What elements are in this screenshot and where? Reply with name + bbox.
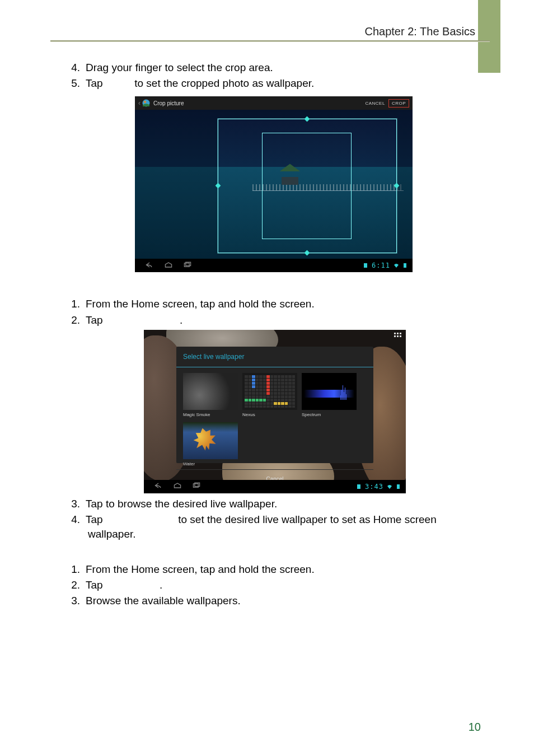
list-item: 3.Tap to browse the desired live wallpap… <box>88 497 472 511</box>
chapter-title: Chapter 2: The Basics <box>364 25 475 38</box>
crop-button[interactable]: CROP <box>388 99 409 108</box>
list-item: 2.Tap . <box>88 578 472 592</box>
step-number: 3. <box>69 497 80 511</box>
steps-list-live-cont: 3.Tap to browse the desired live wallpap… <box>69 497 472 542</box>
step-number: 1. <box>69 562 80 577</box>
step-text-after: . <box>160 579 162 591</box>
crop-top-bar: ‹ Crop picture CANCEL CROP <box>135 96 413 110</box>
sdcard-icon <box>363 263 368 268</box>
header-rule-thin <box>50 41 490 42</box>
status-bar: 6:11 <box>363 261 408 270</box>
screenshot-live-wallpaper: Select live wallpaper Magic Smoke <box>144 330 406 493</box>
back-icon[interactable] <box>145 262 154 270</box>
step-number: 5. <box>69 76 80 91</box>
back-caret-icon[interactable]: ‹ <box>138 99 140 108</box>
step-text-before: Tap <box>86 514 106 525</box>
step-text: From the Home screen, tap and hold the s… <box>86 298 315 310</box>
crop-title: Crop picture <box>153 100 184 108</box>
step-text-after: to set the cropped photo as wallpaper. <box>132 77 314 89</box>
back-icon[interactable] <box>154 482 163 491</box>
nexus-thumb <box>245 375 295 408</box>
svg-rect-5 <box>404 263 406 268</box>
list-item: 4.Drag your finger to select the crop ar… <box>88 60 472 75</box>
sdcard-icon <box>356 484 362 489</box>
wallpaper-label: Nexus <box>242 412 297 418</box>
step-text-before: Tap <box>86 314 106 326</box>
page-number: 10 <box>469 721 481 734</box>
step-text: Browse the available wallpapers. <box>86 595 241 606</box>
android-nav-bar: 3:43 <box>144 480 406 493</box>
crop-image-area[interactable] <box>135 110 413 259</box>
battery-icon <box>402 263 408 268</box>
battery-icon <box>396 484 401 489</box>
clock-text: 3:43 <box>365 482 383 492</box>
screenshot-crop-picture: ‹ Crop picture CANCEL CROP <box>135 96 413 272</box>
apps-drawer-icon[interactable] <box>394 333 402 340</box>
steps-list-wallpapers: 1.From the Home screen, tap and hold the… <box>69 562 472 609</box>
step-text-before: Tap <box>86 579 106 591</box>
step-text: Tap to browse the desired live wallpaper… <box>86 498 277 510</box>
step-text: From the Home screen, tap and hold the s… <box>86 563 315 575</box>
home-screen-background: Select live wallpaper Magic Smoke <box>144 330 406 480</box>
cancel-button[interactable]: CANCEL <box>362 99 388 108</box>
dialog-title: Select live wallpaper <box>176 347 373 368</box>
wifi-icon <box>394 263 399 268</box>
svg-rect-9 <box>397 484 400 489</box>
dialog-cancel-button[interactable]: Cancel <box>176 469 373 479</box>
status-bar: 3:43 <box>356 482 401 492</box>
svg-rect-4 <box>364 263 367 268</box>
recent-apps-icon[interactable] <box>192 482 201 491</box>
wallpaper-label: Water <box>183 461 238 467</box>
list-item: 2.Tap . <box>88 313 472 328</box>
step-number: 4. <box>69 512 80 527</box>
step-number: 4. <box>69 60 80 75</box>
wallpaper-label: Magic Smoke <box>183 412 238 418</box>
step-number: 2. <box>69 313 80 328</box>
step-number: 3. <box>69 594 80 608</box>
gallery-icon[interactable] <box>142 99 150 107</box>
clock-text: 6:11 <box>372 261 390 270</box>
step-text-after: to set the desired live wallpaper to set… <box>88 514 437 540</box>
steps-list-crop: 4.Drag your finger to select the crop ar… <box>69 60 472 91</box>
step-number: 1. <box>69 297 80 311</box>
wifi-icon <box>387 484 392 489</box>
list-item: 1.From the Home screen, tap and hold the… <box>88 297 472 311</box>
wallpaper-water[interactable]: Water <box>183 422 238 467</box>
home-icon[interactable] <box>164 262 173 270</box>
wallpaper-grid: Magic Smoke <box>176 367 373 469</box>
svg-rect-2 <box>184 263 189 266</box>
recent-apps-icon[interactable] <box>183 262 192 270</box>
list-item: 3.Browse the available wallpapers. <box>88 594 472 608</box>
wallpaper-nexus[interactable]: Nexus <box>242 373 297 418</box>
android-nav-bar: 6:11 <box>135 259 413 272</box>
crop-frame-inner[interactable] <box>262 133 352 239</box>
svg-rect-8 <box>357 484 360 489</box>
side-tab <box>478 0 500 73</box>
wallpaper-spectrum[interactable]: Spectrum <box>302 373 357 418</box>
list-item: 1.From the Home screen, tap and hold the… <box>88 562 472 577</box>
step-text: Drag your finger to select the crop area… <box>86 62 273 73</box>
list-item: 4.Tap to set the desired live wallpaper … <box>88 512 472 542</box>
step-number: 2. <box>69 578 80 592</box>
step-text-after: . <box>180 314 182 326</box>
wallpaper-label: Spectrum <box>302 412 357 418</box>
live-wallpaper-dialog: Select live wallpaper Magic Smoke <box>176 347 373 463</box>
step-text-before: Tap <box>86 77 106 89</box>
crop-frame-outer[interactable] <box>218 119 397 253</box>
steps-list-live: 1.From the Home screen, tap and hold the… <box>69 297 472 327</box>
wallpaper-magic-smoke[interactable]: Magic Smoke <box>183 373 238 418</box>
list-item: 5.Tap to set the cropped photo as wallpa… <box>88 76 472 91</box>
svg-point-1 <box>144 101 146 103</box>
home-icon[interactable] <box>173 482 182 491</box>
